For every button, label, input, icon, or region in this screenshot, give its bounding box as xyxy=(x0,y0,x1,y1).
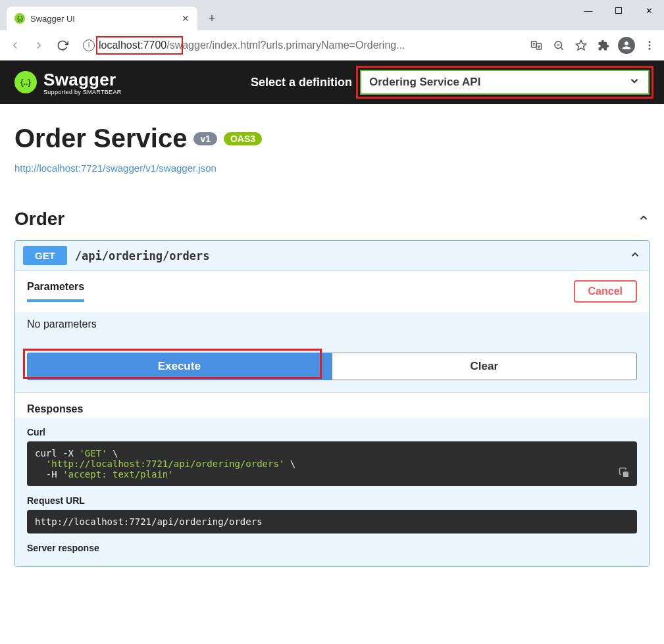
profile-avatar[interactable] xyxy=(618,37,635,54)
bookmark-star-icon[interactable] xyxy=(573,37,589,53)
request-url-block[interactable]: http://localhost:7721/api/ordering/order… xyxy=(27,510,637,533)
svg-line-3 xyxy=(561,47,563,50)
definition-selected-value: Ordering Service API xyxy=(369,76,480,89)
operation-header[interactable]: GET /api/ordering/orders xyxy=(15,241,649,270)
version-badge: v1 xyxy=(193,132,217,145)
curl-label: Curl xyxy=(27,427,637,437)
tag-header[interactable]: Order xyxy=(14,206,650,232)
swagger-content: Order Service v1 OAS3 http://localhost:7… xyxy=(0,104,664,580)
maximize-button[interactable] xyxy=(603,0,634,21)
definition-label: Select a definition xyxy=(251,76,352,89)
responses-label: Responses xyxy=(27,403,637,415)
tab-close-icon[interactable]: ✕ xyxy=(182,13,190,24)
extensions-icon[interactable] xyxy=(596,37,611,53)
browser-titlebar: {..} Swagger UI ✕ + — ✕ xyxy=(0,0,664,30)
cancel-button[interactable]: Cancel xyxy=(574,280,637,303)
svg-marker-5 xyxy=(576,40,586,49)
page-scroll[interactable]: {..} Swagger Supported by SMARTBEAR Sele… xyxy=(0,61,664,644)
operation-path: /api/ordering/orders xyxy=(75,249,210,262)
swagger-logo: {..} Swagger Supported by SMARTBEAR xyxy=(14,70,122,95)
svg-point-8 xyxy=(649,47,651,49)
url-text: localhost:7700/swagger/index.html?urls.p… xyxy=(99,39,405,51)
copy-icon[interactable] xyxy=(619,467,630,481)
svg-rect-9 xyxy=(623,472,628,477)
swagger-logo-text: Swagger xyxy=(43,70,122,90)
curl-code-block[interactable]: curl -X 'GET' \ 'http://localhost:7721/a… xyxy=(27,441,637,486)
svg-point-7 xyxy=(649,44,651,46)
operation-block: GET /api/ordering/orders Parameters Canc… xyxy=(14,240,650,567)
operation-body: Parameters Cancel No parameters Execute … xyxy=(15,270,649,566)
browser-tab[interactable]: {..} Swagger UI ✕ xyxy=(7,7,197,30)
oas-badge: OAS3 xyxy=(224,132,262,145)
chevron-up-icon xyxy=(629,249,641,263)
definition-selector-group: Select a definition Ordering Service API xyxy=(251,70,650,95)
svg-point-6 xyxy=(649,41,651,43)
translate-icon[interactable] xyxy=(528,37,544,53)
new-tab-button[interactable]: + xyxy=(203,9,221,28)
forward-button[interactable] xyxy=(30,37,47,54)
address-bar[interactable]: i localhost:7700/swagger/index.html?urls… xyxy=(78,36,522,55)
zoom-icon[interactable] xyxy=(551,37,567,53)
http-method-badge: GET xyxy=(23,246,67,265)
swagger-logo-icon: {..} xyxy=(14,71,37,93)
swagger-topbar: {..} Swagger Supported by SMARTBEAR Sele… xyxy=(0,61,664,104)
minimize-button[interactable]: — xyxy=(573,0,603,21)
browser-menu-icon[interactable] xyxy=(642,37,657,53)
close-window-button[interactable]: ✕ xyxy=(634,0,664,21)
back-button[interactable] xyxy=(7,37,24,54)
request-url-label: Request URL xyxy=(27,495,637,506)
tag-name: Order xyxy=(14,209,64,230)
definition-select[interactable]: Ordering Service API xyxy=(360,70,650,95)
server-response-label: Server response xyxy=(27,543,637,553)
tab-favicon: {..} xyxy=(14,13,25,24)
browser-toolbar: i localhost:7700/swagger/index.html?urls… xyxy=(0,30,664,61)
api-title: Order Service xyxy=(14,124,187,153)
swagger-logo-subtitle: Supported by SMARTBEAR xyxy=(43,89,122,95)
reload-button[interactable] xyxy=(54,37,71,54)
no-parameters-text: No parameters xyxy=(15,312,649,345)
chevron-down-icon xyxy=(628,75,640,90)
window-controls: — ✕ xyxy=(573,0,664,21)
execute-button[interactable]: Execute xyxy=(27,353,332,380)
parameters-label: Parameters xyxy=(27,281,84,302)
swagger-json-link[interactable]: http://localhost:7721/swagger/v1/swagger… xyxy=(14,162,217,174)
site-info-icon[interactable]: i xyxy=(83,39,95,51)
chevron-up-icon xyxy=(638,212,650,226)
clear-button[interactable]: Clear xyxy=(332,353,638,380)
tab-title: Swagger UI xyxy=(30,14,182,24)
